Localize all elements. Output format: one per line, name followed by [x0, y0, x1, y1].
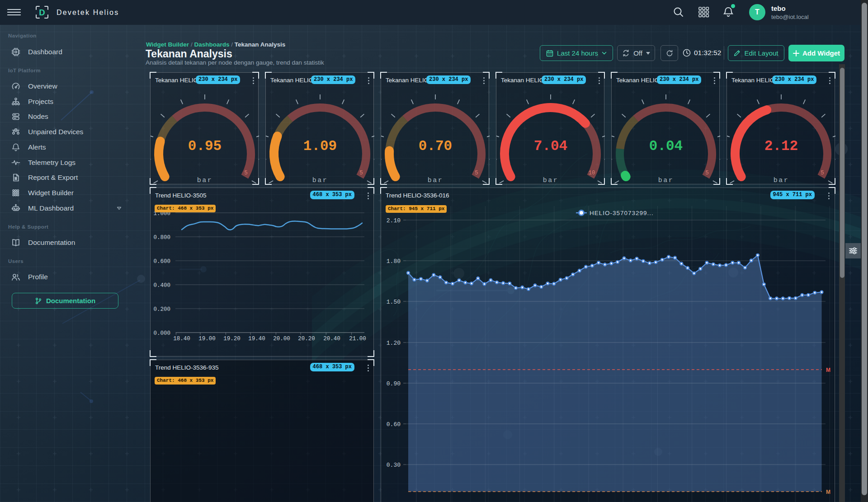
svg-text:10: 10: [588, 170, 595, 176]
svg-text:0.800: 0.800: [153, 235, 170, 241]
svg-text:5: 5: [475, 170, 478, 176]
svg-text:5: 5: [359, 170, 363, 176]
svg-text:18.40: 18.40: [173, 336, 190, 342]
svg-text:0.000: 0.000: [153, 330, 170, 337]
svg-text:bar: bar: [543, 177, 559, 184]
svg-text:1.09: 1.09: [303, 138, 337, 154]
svg-text:21.00: 21.00: [349, 336, 366, 342]
svg-text:bar: bar: [658, 177, 674, 184]
svg-text:0.95: 0.95: [188, 138, 222, 154]
svg-text:19.40: 19.40: [248, 336, 265, 342]
svg-text:0.400: 0.400: [153, 282, 170, 289]
svg-text:0.600: 0.600: [153, 258, 170, 265]
svg-text:19.00: 19.00: [198, 336, 216, 342]
svg-text:bar: bar: [197, 177, 213, 184]
svg-text:1.50: 1.50: [387, 299, 401, 305]
svg-text:0.30: 0.30: [387, 462, 401, 469]
svg-text:2.10: 2.10: [387, 217, 401, 224]
svg-text:0.04: 0.04: [649, 138, 683, 154]
svg-text:7.04: 7.04: [534, 138, 567, 154]
svg-text:19.20: 19.20: [223, 336, 241, 342]
svg-text:5: 5: [244, 170, 248, 176]
svg-text:bar: bar: [312, 177, 328, 184]
svg-text:bar: bar: [774, 177, 789, 184]
svg-text:20.00: 20.00: [273, 336, 290, 342]
svg-text:20.20: 20.20: [298, 336, 315, 342]
svg-text:1.20: 1.20: [387, 340, 401, 347]
svg-text:0.200: 0.200: [153, 306, 170, 313]
svg-text:5: 5: [705, 170, 709, 176]
svg-text:D: D: [39, 8, 45, 17]
svg-text:2.12: 2.12: [764, 138, 798, 154]
svg-text:0.60: 0.60: [387, 421, 401, 428]
svg-text:1.80: 1.80: [387, 258, 401, 265]
svg-text:HELIO-357073299...: HELIO-357073299...: [590, 210, 654, 216]
svg-text:0.70: 0.70: [419, 138, 452, 154]
svg-text:bar: bar: [428, 177, 443, 184]
svg-text:M: M: [826, 367, 830, 373]
svg-text:M: M: [826, 489, 830, 495]
svg-text:20.40: 20.40: [323, 336, 340, 342]
svg-text:5: 5: [821, 170, 824, 176]
svg-text:0.90: 0.90: [387, 380, 401, 387]
